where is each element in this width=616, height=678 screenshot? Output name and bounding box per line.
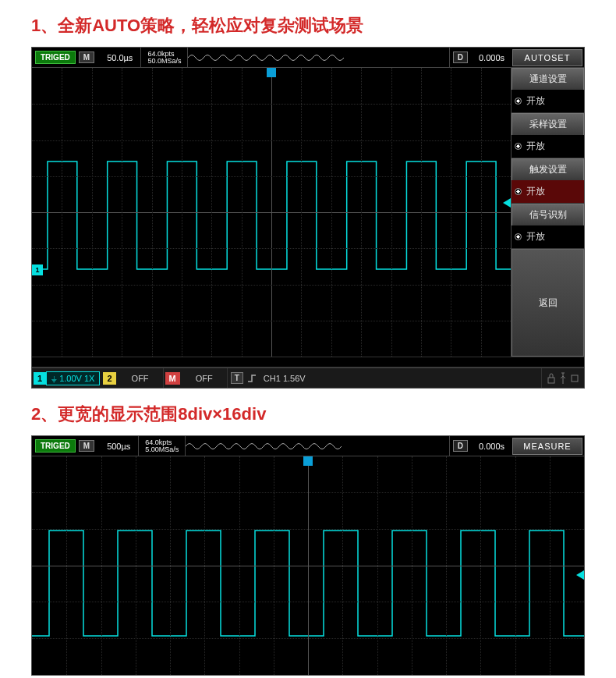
sample-rate: 5.00MSa/s: [145, 446, 179, 453]
menu-option-label: 开放: [526, 185, 545, 198]
math-state: OFF: [182, 368, 228, 388]
ch1-baseline-marker[interactable]: 1: [32, 264, 43, 275]
trigger-chip[interactable]: T: [231, 372, 243, 384]
trigger-level-arrow[interactable]: [503, 198, 511, 208]
waveform-plot[interactable]: 1: [32, 68, 511, 357]
menu-signal-detect[interactable]: 信号识别 开放: [512, 204, 584, 249]
trigger-position-marker[interactable]: [267, 68, 276, 77]
rising-edge-icon: [246, 373, 257, 384]
time-ruler: [32, 357, 584, 367]
menu-channel-setup[interactable]: 通道设置 开放: [512, 68, 584, 113]
menu-option-label: 开放: [526, 230, 545, 243]
math-chip[interactable]: M: [165, 372, 180, 385]
oscilloscope-1: TRIGED M 50.0µs 64.0kpts 50.0MSa/s D 0.0…: [31, 47, 585, 389]
trigger-level-arrow[interactable]: [576, 570, 584, 580]
menu-option-label: 开放: [526, 140, 545, 153]
scope-main: [32, 456, 584, 675]
delay-badge: D: [453, 440, 468, 452]
menu-sample-setup[interactable]: 采样设置 开放: [512, 113, 584, 158]
radio-icon: [515, 143, 522, 150]
menu-header: 信号识别: [512, 204, 584, 225]
ch2-number: 2: [103, 372, 115, 385]
ch1-scale: ⏚ 1.00V 1X: [46, 371, 100, 385]
trigger-source-level: CH1 1.56V: [257, 374, 541, 383]
radio-icon: [515, 98, 522, 105]
delay-badge: D: [453, 51, 468, 63]
ch2-state: OFF: [118, 368, 164, 388]
acquisition-info: 64.0kpts 5.00MSa/s: [139, 436, 186, 456]
usb-icon: [559, 372, 567, 385]
network-icon: [570, 372, 579, 385]
menu-return-button[interactable]: 返回: [512, 249, 584, 357]
mode-badge: M: [79, 51, 94, 63]
mode-badge: M: [79, 440, 94, 452]
bottom-status-bar: 1 ⏚ 1.00V 1X 2 OFF M OFF T CH1 1.56V: [32, 367, 584, 388]
topbar: TRIGED M 50.0µs 64.0kpts 50.0MSa/s D 0.0…: [32, 48, 584, 68]
delay-value: 0.000s: [471, 436, 512, 456]
menu-header: 采样设置: [512, 113, 584, 135]
oscilloscope-2: TRIGED M 500µs 64.0kpts 5.00MSa/s D 0.00…: [31, 435, 585, 676]
radio-icon: [515, 188, 522, 195]
side-menu: 通道设置 开放 采样设置 开放 触发设置 开放 信号识别 开放 返回: [511, 68, 584, 357]
math-label: M: [165, 372, 180, 385]
measure-button[interactable]: MEASURE: [512, 438, 582, 455]
connectivity-icons: [541, 368, 584, 388]
section1-heading: 1、全新AUTO策略，轻松应对复杂测试场景: [0, 0, 616, 47]
menu-option-label: 开放: [526, 94, 545, 108]
svg-rect-0: [548, 378, 554, 383]
radio-icon: [515, 233, 522, 240]
sample-rate: 50.0MSa/s: [147, 58, 181, 65]
ch2-chip[interactable]: 2: [103, 372, 115, 385]
menu-header: 触发设置: [512, 158, 584, 180]
delay-value: 0.000s: [471, 48, 512, 67]
timebase-value: 50.0µs: [99, 48, 141, 67]
overview-wave-icon: [186, 436, 449, 456]
ch1-number: 1: [34, 372, 46, 385]
trigger-status-badge: TRIGED: [35, 51, 76, 64]
trigger-status-badge: TRIGED: [35, 439, 76, 453]
menu-trigger-setup[interactable]: 触发设置 开放: [512, 158, 584, 204]
scope-main: 1 通道设置 开放 采样设置 开放 触发设置 开放 信号识别 开放: [32, 68, 584, 357]
topbar: TRIGED M 500µs 64.0kpts 5.00MSa/s D 0.00…: [32, 436, 584, 456]
trigger-position-marker[interactable]: [303, 456, 313, 466]
waveform-plot[interactable]: [32, 456, 584, 675]
ch1-chip[interactable]: 1 ⏚ 1.00V 1X: [34, 371, 100, 385]
overview-wave-icon: [188, 48, 449, 67]
autoset-button[interactable]: AUTOSET: [512, 49, 582, 66]
lock-icon: [547, 372, 556, 385]
menu-header: 通道设置: [512, 68, 584, 90]
acquisition-info: 64.0kpts 50.0MSa/s: [141, 48, 188, 67]
svg-rect-1: [572, 375, 578, 382]
timebase-value: 500µs: [99, 436, 139, 456]
section2-heading: 2、更宽的显示范围8div×16div: [0, 389, 616, 435]
